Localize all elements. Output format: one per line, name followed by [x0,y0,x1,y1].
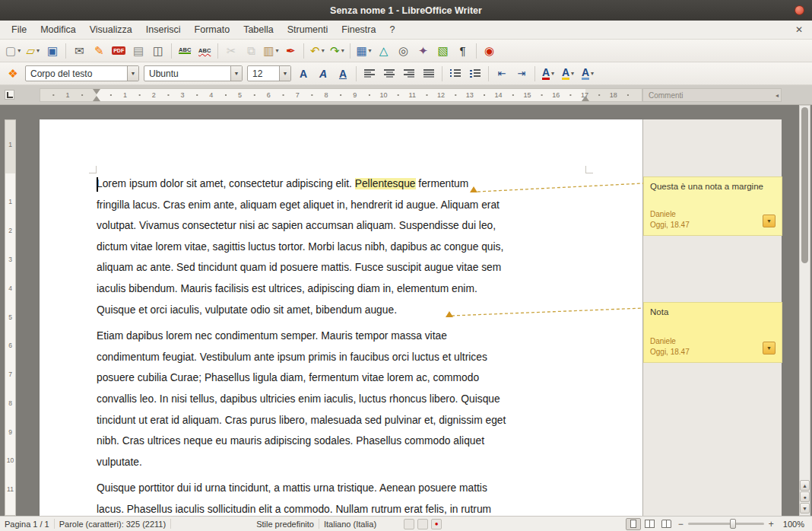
zoom-out-button[interactable]: − [675,519,687,529]
spelling-button[interactable]: ABC [176,42,194,60]
toolbar-icon: ✦ [418,45,428,56]
chevron-down-icon[interactable]: ▼ [279,66,290,81]
toolbar-icon: ▧ [438,45,449,56]
align-right-button[interactable] [400,65,418,83]
close-document-button[interactable]: ✕ [786,24,812,35]
find-replace-button[interactable]: ◎ [395,42,413,60]
document-modified-button[interactable]: ● [431,519,442,529]
cut-button[interactable]: ✂ [222,42,240,60]
font-name-combo[interactable]: Ubuntu ▼ [144,65,243,81]
paragraph-style-combo[interactable]: Corpo del testo ▼ [25,65,139,81]
book-view-button[interactable] [659,518,674,530]
single-page-view-button[interactable] [626,518,641,530]
gallery-button[interactable]: ▧ [434,42,452,60]
formatting-marks-button[interactable]: ¶ [454,42,472,60]
menu-item[interactable]: Visualizza [83,21,139,39]
insert-table-button[interactable]: ▦▾ [354,42,373,60]
export-pdf-button[interactable]: PDF [109,42,128,60]
page-number-status[interactable]: Pagina 1 / 1 [5,520,49,529]
save-button[interactable]: ▣ [43,42,62,60]
undo-button[interactable]: ↶▾ [308,42,326,60]
vertical-ruler[interactable]: 11234567891011 [5,119,16,516]
navigate-by-button[interactable]: ● [800,491,810,502]
menu-item[interactable]: Inserisci [139,21,188,39]
font-name-value: Ubuntu [144,68,230,79]
comments-ruler-button[interactable]: Commenti ◂ [642,88,782,102]
zoom-slider-thumb[interactable] [730,519,736,529]
align-left-button[interactable] [360,65,379,83]
styles-and-formatting-button[interactable]: ❖ [4,65,22,83]
chevron-down-icon: ▾ [369,47,372,54]
navigation-button[interactable]: ◉ [481,42,499,60]
auto-spellcheck-button[interactable]: ABC [195,42,214,60]
italic-button[interactable]: A [314,65,332,83]
print-preview-button[interactable]: ◫ [149,42,167,60]
font-size-combo[interactable]: 12 ▼ [247,65,291,81]
comment-note[interactable]: Questa è una nota a margine Daniele Oggi… [643,176,782,236]
email-button[interactable]: ✉ [70,42,88,60]
comment-note[interactable]: Nota Daniele Oggi, 18.47 ▼ [643,302,782,363]
next-page-button[interactable]: ▼ [800,503,810,514]
comment-menu-button[interactable]: ▼ [763,342,776,355]
underline-button[interactable]: A [334,65,352,83]
menu-item[interactable]: Finestra [335,21,382,39]
copy-button[interactable]: ⧉ [242,42,260,60]
vertical-scrollbar[interactable]: ▲ ● ▼ [799,105,810,516]
tab-stop-selector[interactable] [5,90,14,100]
toolbar-icon: ¶ [460,45,466,56]
zoom-level[interactable]: 100% [783,520,804,529]
toolbar-icon: ABC [179,47,191,55]
chevron-down-icon[interactable]: ▼ [127,66,138,81]
scrollbar-thumb[interactable] [801,107,808,263]
decrease-indent-button[interactable]: ⇤ [493,65,511,83]
close-window-button[interactable] [795,5,804,15]
document-page[interactable]: Lorem ipsum dolor sit amet, consectetur … [40,119,642,516]
zoom-slider[interactable] [688,523,764,525]
right-indent-marker[interactable] [582,96,589,101]
ruler-number: 13 [455,88,484,102]
menu-item[interactable]: Tabella [236,21,281,39]
horizontal-ruler[interactable]: 1123456789101112131415161718 [40,88,642,102]
paste-button[interactable]: ▥▾ [262,42,280,60]
previous-page-button[interactable]: ▲ [800,480,810,491]
show-draw-functions-button[interactable]: △ [375,42,393,60]
insert-mode-button[interactable] [404,519,414,529]
clone-formatting-button[interactable]: ✒ [281,42,300,60]
new-document-button[interactable]: ▢▾ [4,42,22,60]
menu-item[interactable]: ? [382,21,401,39]
menu-item[interactable]: Modifica [33,21,83,39]
selection-mode-button[interactable] [417,519,428,529]
numbered-list-button[interactable] [446,65,465,83]
edit-file-button[interactable]: ✎ [90,42,108,60]
comment-menu-button[interactable]: ▼ [763,215,776,227]
redo-button[interactable]: ↷▾ [328,42,346,60]
document-text[interactable]: Lorem ipsum dolor sit amet, consectetur … [97,173,585,516]
chevron-down-icon[interactable]: ▼ [230,66,242,81]
multi-page-view-button[interactable] [642,518,658,530]
toolbar-separator [356,66,357,81]
first-line-indent-marker[interactable] [93,89,100,94]
toolbar-icon: ▥ [263,45,274,56]
highlighting-button[interactable]: A▾ [559,65,577,83]
open-button[interactable]: ▱▾ [24,42,42,60]
justify-button[interactable] [420,65,438,83]
menu-item[interactable]: Strumenti [281,21,335,39]
increase-indent-button[interactable]: ⇥ [512,65,531,83]
bullet-list-button[interactable] [466,65,484,83]
toolbar-separator [488,66,489,81]
language-status[interactable]: Italiano (Italia) [324,520,376,529]
word-count-status[interactable]: Parole (caratteri): 325 (2211) [59,520,166,529]
zoom-in-button[interactable]: + [766,519,777,529]
align-center-button[interactable] [380,65,398,83]
print-button[interactable]: ▤ [129,42,147,60]
background-color-button[interactable]: A▾ [579,65,597,83]
navigator-button[interactable]: ✦ [414,42,433,60]
left-indent-marker[interactable] [93,96,100,101]
bold-button[interactable]: A [294,65,312,83]
font-color-button[interactable]: A▾ [539,65,557,83]
collapse-comments-icon[interactable]: ◂ [776,92,779,99]
comment-anchor-highlight[interactable]: Pellentesque [355,178,416,189]
menu-item[interactable]: Formato [188,21,237,39]
page-style-status[interactable]: Stile predefinito [256,520,314,529]
menu-item[interactable]: File [5,21,33,39]
